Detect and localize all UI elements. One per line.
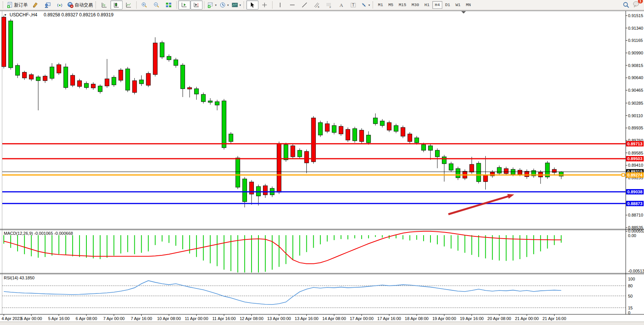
time-tick-label: 20 Apr 08:00	[488, 316, 511, 321]
new-order-button[interactable]: 新订单	[5, 0, 29, 10]
line-drag-handle[interactable]	[622, 174, 625, 176]
macd-min-label: -0.00513	[628, 269, 644, 273]
price-tick-label: 0.91515	[628, 13, 643, 18]
bull-candle	[84, 83, 88, 88]
arrows-tool[interactable]: ▾	[359, 0, 371, 10]
cursor-button[interactable]	[246, 0, 258, 10]
bear-candle	[304, 151, 309, 163]
bull-candle	[160, 43, 164, 57]
fibonacci-tool[interactable]: F	[323, 0, 335, 10]
bull-candle	[435, 150, 440, 157]
bear-candle	[401, 127, 405, 136]
price-tick-label: 0.89935	[628, 126, 643, 130]
window-menu-arrow-icon[interactable]: ▼	[4, 13, 7, 17]
bear-candle	[29, 75, 33, 79]
bear-candle	[311, 118, 316, 162]
crosshair-button[interactable]	[258, 0, 271, 10]
period-button-D1[interactable]: D1	[443, 1, 453, 9]
brush-icon	[32, 2, 38, 8]
chart-shift-icon	[193, 2, 199, 8]
tile-windows-button[interactable]	[163, 0, 175, 10]
bear-candle	[346, 129, 350, 140]
toolbar-grip[interactable]	[373, 2, 374, 8]
period-button-M15[interactable]: M15	[396, 1, 408, 9]
period-button-H1[interactable]: H1	[422, 1, 432, 9]
bull-candle	[449, 164, 453, 170]
toolbar-grip[interactable]	[244, 2, 245, 8]
indicators-button[interactable]: ▾	[206, 0, 218, 10]
toolbar-grip[interactable]	[96, 2, 97, 8]
bull-candle	[181, 65, 185, 89]
bull-candle	[112, 77, 116, 85]
bar-chart-button[interactable]	[98, 0, 110, 10]
bear-candle	[153, 43, 157, 75]
svg-text:E: E	[318, 6, 319, 8]
rsi-tick-label: 80	[628, 284, 633, 288]
chevron-down-icon: ▾	[227, 3, 229, 7]
channel-tool[interactable]: E	[311, 0, 323, 10]
styles-button[interactable]	[29, 0, 41, 10]
price-level-chip-label: 0.88873	[627, 201, 642, 206]
horizontal-line-tool[interactable]	[286, 0, 298, 10]
time-tick-label: 18 Apr 08:00	[405, 316, 429, 321]
bear-candle	[408, 134, 412, 142]
profile-button[interactable]	[41, 0, 54, 10]
bull-candle	[16, 65, 20, 75]
bull-candle	[367, 135, 371, 143]
period-button-H4[interactable]: H4	[432, 1, 442, 9]
chart-canvas[interactable]: 0.915150.913400.911650.909900.908150.906…	[0, 10, 644, 325]
bear-candle	[277, 143, 281, 192]
price-tick-label: 0.90990	[628, 51, 643, 55]
toolbar-grip[interactable]	[3, 2, 4, 8]
rsi-indicator-label: RSI(14) 43.1850	[4, 276, 35, 280]
period-button-M30[interactable]: M30	[409, 1, 421, 9]
bear-candle	[263, 186, 268, 195]
svg-text:T: T	[352, 3, 354, 7]
period-button-M5[interactable]: M5	[386, 1, 395, 9]
signal-button[interactable]	[54, 0, 66, 10]
line-chart-button[interactable]	[123, 0, 135, 10]
bull-candle	[353, 129, 357, 141]
text-label-tool[interactable]: T	[347, 0, 359, 10]
period-button-W1[interactable]: W1	[453, 1, 463, 9]
bull-candle	[414, 138, 419, 143]
trendline-tool[interactable]	[298, 0, 311, 10]
price-tick-label: 0.90465	[628, 88, 643, 92]
notifications-button[interactable]: 1	[633, 1, 640, 9]
search-icon[interactable]	[623, 2, 630, 8]
trendline-icon	[301, 2, 308, 8]
bear-candle	[57, 65, 61, 73]
bull-candle	[98, 86, 102, 92]
periods-button[interactable]: ▾	[218, 0, 230, 10]
text-tool[interactable]: A	[335, 0, 347, 10]
bull-candle	[229, 134, 233, 142]
bull-candle	[236, 158, 240, 187]
chart-window[interactable]: ▼ USDCHF-,H4 0.89258 0.89327 0.89216 0.8…	[0, 10, 644, 325]
autotrade-button[interactable]: 自动交易	[66, 0, 94, 10]
bear-candle	[387, 123, 391, 130]
arrow-objects-icon	[361, 2, 367, 8]
period-button-M1[interactable]: M1	[376, 1, 385, 9]
price-level-chip-label: 0.89503	[627, 156, 642, 161]
vertical-line-tool[interactable]	[274, 0, 286, 10]
price-tick-label: 0.90640	[628, 75, 643, 80]
clock-icon	[220, 2, 226, 8]
bull-candle	[194, 89, 199, 94]
bear-candle	[70, 75, 75, 85]
svg-text:A: A	[340, 2, 343, 8]
bull-candle	[126, 69, 130, 90]
zoom-out-button[interactable]	[150, 0, 163, 10]
period-button-MN[interactable]: MN	[464, 1, 473, 9]
svg-text:F: F	[330, 6, 331, 8]
templates-button[interactable]: ▾	[230, 0, 242, 10]
price-tick-label: 0.90815	[628, 63, 643, 68]
time-tick-label: 11 Apr 16:00	[212, 316, 236, 321]
zoom-in-button[interactable]	[138, 0, 150, 10]
bull-candle	[421, 145, 426, 150]
auto-scroll-button[interactable]	[178, 0, 190, 10]
chart-shift-button[interactable]	[190, 0, 202, 10]
time-tick-label: 6 Apr 08:00	[76, 316, 97, 321]
candlestick-chart-button[interactable]	[110, 0, 123, 10]
bull-candle	[174, 60, 178, 65]
macd-zero-label: 0.00	[628, 233, 636, 238]
